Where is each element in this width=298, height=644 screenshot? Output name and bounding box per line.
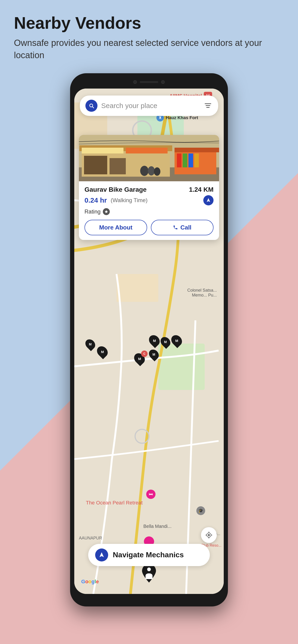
speaker bbox=[140, 81, 158, 83]
phone-notch bbox=[74, 78, 224, 87]
ocean-pearl-label: The Ocean Pearl Retreat bbox=[86, 500, 143, 506]
vendor-card: Gaurav Bike Garage 1.24 KM 0.24 hr (Walk… bbox=[79, 135, 219, 240]
google-e: e bbox=[96, 579, 99, 585]
lower-pin-cluster: M M M M bbox=[149, 334, 186, 360]
navigate-bar[interactable]: Navigate Mechanics bbox=[88, 544, 210, 566]
camera-sensor-2 bbox=[161, 80, 165, 84]
user-silhouette bbox=[141, 563, 157, 585]
svg-point-24 bbox=[154, 168, 160, 176]
education-pin: 🎓 bbox=[196, 506, 205, 515]
navigate-icon-lg bbox=[95, 548, 108, 562]
svg-point-25 bbox=[208, 534, 210, 536]
svg-rect-12 bbox=[82, 148, 123, 154]
svg-point-27 bbox=[147, 568, 151, 571]
vendor-image bbox=[79, 135, 219, 181]
pin-m-red: M C bbox=[135, 353, 144, 364]
rating-row: Rating bbox=[85, 208, 213, 215]
svg-rect-21 bbox=[194, 154, 199, 168]
nav-arrow-svg bbox=[206, 198, 211, 203]
call-button[interactable]: Call bbox=[151, 220, 213, 235]
phone-outer: Jawaharlal Nehru... AIIMS Hospital H ♜ H… bbox=[70, 73, 228, 606]
vendor-buttons: More About Call bbox=[85, 220, 213, 235]
phone-screen: Jawaharlal Nehru... AIIMS Hospital H ♜ H… bbox=[74, 88, 224, 594]
svg-rect-17 bbox=[175, 148, 219, 152]
svg-rect-15 bbox=[110, 158, 126, 174]
vendor-info: Gaurav Bike Garage 1.24 KM 0.24 hr (Walk… bbox=[79, 181, 219, 240]
gps-icon bbox=[205, 531, 213, 539]
hauz-khas-label: Hauz Khas Fort bbox=[166, 115, 198, 120]
left-pin-m2: M bbox=[86, 339, 95, 350]
svg-rect-14 bbox=[84, 156, 107, 174]
vendor-navigate-icon[interactable] bbox=[203, 195, 213, 206]
page-wrapper: Nearby Vendors Ownsafe provides you near… bbox=[0, 0, 298, 606]
svg-point-22 bbox=[140, 166, 149, 176]
vendor-distance: 1.24 KM bbox=[189, 186, 213, 193]
call-icon bbox=[173, 225, 178, 230]
page-subtitle: Ownsafe provides you nearest selected se… bbox=[14, 37, 284, 62]
filter-line-2 bbox=[206, 105, 210, 106]
search-icon bbox=[85, 100, 98, 112]
call-label: Call bbox=[180, 224, 191, 231]
map-background: Jawaharlal Nehru... AIIMS Hospital H ♜ H… bbox=[74, 88, 224, 594]
page-title: Nearby Vendors bbox=[14, 14, 284, 32]
svg-point-23 bbox=[148, 166, 155, 176]
filter-icon[interactable] bbox=[203, 101, 213, 110]
rating-label: Rating bbox=[85, 208, 101, 215]
star-svg bbox=[104, 210, 108, 214]
phone-mockup: Jawaharlal Nehru... AIIMS Hospital H ♜ H… bbox=[0, 73, 298, 606]
google-logo: G o o g l e bbox=[81, 579, 99, 585]
garage-scene-svg bbox=[79, 135, 219, 181]
more-about-button[interactable]: More About bbox=[85, 220, 147, 235]
navigate-label: Navigate Mechanics bbox=[113, 550, 184, 559]
bella-mandi-label: Bella Mandi... bbox=[143, 524, 171, 529]
svg-rect-13 bbox=[126, 148, 168, 154]
vendor-name: Gaurav Bike Garage bbox=[85, 186, 147, 193]
svg-rect-19 bbox=[183, 154, 187, 168]
vendor-time: 0.24 hr bbox=[85, 196, 107, 204]
search-svg bbox=[88, 103, 95, 109]
colonel-label: Colonel Satsa...Memo... Pu... bbox=[187, 288, 217, 298]
vendor-name-row: Gaurav Bike Garage 1.24 KM bbox=[85, 186, 213, 193]
vendor-walking-label: (Walking Time) bbox=[111, 197, 148, 204]
search-placeholder: Search your place bbox=[101, 102, 200, 110]
vendor-time-row: 0.24 hr (Walking Time) bbox=[85, 195, 213, 206]
svg-rect-18 bbox=[177, 154, 181, 168]
google-o1: o bbox=[85, 579, 88, 585]
google-o2: o bbox=[88, 579, 91, 585]
left-pin-m1: M bbox=[98, 346, 107, 358]
location-button[interactable] bbox=[201, 527, 217, 543]
google-g: G bbox=[81, 579, 85, 585]
filter-line-3 bbox=[206, 107, 210, 108]
filter-line-1 bbox=[205, 104, 211, 104]
google-g2: g bbox=[91, 579, 95, 585]
svg-rect-20 bbox=[188, 154, 193, 168]
aaunapur-label: AAUNAPUR bbox=[79, 536, 102, 540]
hotel-pin: 🛏 bbox=[146, 490, 155, 499]
search-bar[interactable]: Search your place bbox=[80, 96, 218, 116]
camera-sensor bbox=[133, 80, 137, 84]
rating-star-icon bbox=[103, 208, 110, 215]
nav-icon-svg bbox=[98, 552, 105, 558]
page-header: Nearby Vendors Ownsafe provides you near… bbox=[0, 0, 298, 68]
